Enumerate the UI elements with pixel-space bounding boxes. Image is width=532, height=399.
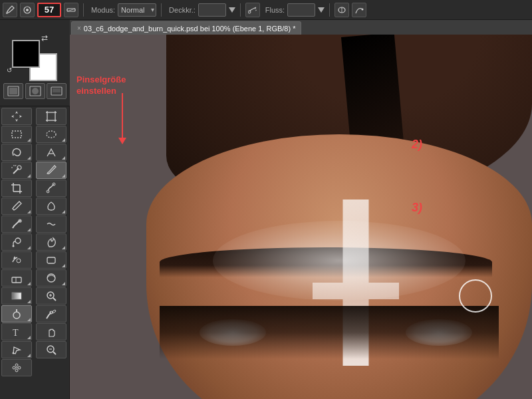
svg-point-57	[47, 190, 49, 193]
quick-mask-btn[interactable]	[25, 83, 45, 99]
swap-colors-icon[interactable]: ⇄	[41, 33, 48, 43]
canvas-tab[interactable]: × 03_c6_dodge_and_burn_quick.psd bei 100…	[71, 21, 301, 35]
svg-rect-34	[12, 277, 21, 283]
screen-mode-btn[interactable]	[47, 83, 66, 99]
pressure-flow-icon[interactable]	[352, 3, 366, 17]
svg-marker-5	[229, 7, 235, 13]
history-brush-btn[interactable]	[1, 251, 32, 269]
toolbar-separator-2	[161, 3, 162, 17]
tool-submenu-indicator	[27, 246, 31, 249]
canvas-area[interactable]: Pinselgröße einstellen 2) 3)	[70, 35, 532, 399]
fluss-input[interactable]: 100%	[287, 3, 315, 17]
zoom-tool-btn[interactable]	[36, 287, 66, 305]
tool-submenu-indicator	[62, 174, 65, 178]
fluss-dropdown-wrap[interactable]	[318, 6, 325, 14]
main-layout: ⇄ ↺	[0, 20, 532, 399]
modus-dropdown[interactable]: Normal	[118, 3, 156, 17]
toolbar-separator-3	[240, 3, 241, 17]
deckkraft-arrow-icon	[229, 6, 235, 14]
svg-point-37	[13, 312, 20, 319]
crop-tool-btn[interactable]	[1, 180, 32, 197]
foreground-color-swatch[interactable]	[12, 40, 40, 68]
gradient-tool-btn[interactable]	[1, 287, 32, 305]
tool-submenu-indicator	[62, 282, 65, 285]
modus-label: Modus:	[91, 6, 115, 14]
svg-line-8	[255, 10, 257, 11]
annotation-area: Pinselgröße einstellen	[76, 74, 183, 97]
single-col-marquee-btn[interactable]	[36, 126, 66, 143]
burn-tool-btn[interactable]	[36, 233, 66, 251]
brush-options-icon[interactable]	[20, 3, 35, 17]
eyedropper-tool-btn[interactable]	[1, 198, 32, 215]
annotation-2: 2)	[412, 138, 422, 152]
smudge-tool-btn[interactable]	[36, 215, 66, 233]
lasso-tool-btn[interactable]	[1, 144, 32, 161]
puppet-warp-btn[interactable]	[1, 359, 32, 376]
move-tool-btn[interactable]	[1, 108, 32, 125]
brush-size-box[interactable]: 57	[37, 3, 61, 17]
tab-close-icon[interactable]: ×	[77, 25, 81, 32]
svg-rect-46	[47, 112, 55, 120]
zoom-out-btn[interactable]	[36, 341, 66, 358]
modus-dropdown-wrap[interactable]: Normal	[118, 3, 156, 17]
pressure-opacity-icon[interactable]	[334, 3, 349, 17]
svg-point-44	[15, 364, 18, 366]
mixer-brush-btn[interactable]	[36, 305, 66, 323]
fluss-arrow-icon	[318, 6, 325, 14]
tool-submenu-indicator	[62, 138, 65, 142]
svg-marker-9	[318, 7, 325, 13]
svg-rect-14	[9, 88, 17, 94]
tools-right-col	[35, 106, 69, 399]
top-toolbar: 57 Modus: Normal Deckkr.: 100% Fluss: 10…	[0, 0, 532, 20]
normal-mode-btn[interactable]	[3, 83, 23, 99]
deckkraft-dropdown-wrap[interactable]	[229, 6, 235, 14]
tool-submenu-indicator	[27, 138, 31, 142]
rotate-3d-btn[interactable]	[36, 269, 66, 287]
svg-point-2	[26, 9, 29, 11]
reset-colors-icon[interactable]: ↺	[7, 66, 12, 74]
svg-point-33	[17, 259, 21, 263]
deckkraft-label: Deckkr.:	[169, 6, 196, 14]
svg-point-40	[13, 352, 15, 354]
toolbar-separator-1	[83, 3, 84, 17]
artboard-btn[interactable]	[36, 108, 66, 125]
tool-submenu-indicator	[62, 264, 65, 267]
svg-point-45	[15, 369, 18, 372]
rect-marquee-btn[interactable]	[1, 126, 32, 143]
color-replace-btn[interactable]	[36, 180, 66, 197]
canvas-col: × 03_c6_dodge_and_burn_quick.psd bei 100…	[70, 20, 532, 399]
svg-text:T: T	[13, 328, 19, 338]
tool-submenu-indicator	[27, 282, 31, 285]
airbrush-icon[interactable]	[245, 3, 260, 17]
eraser-tool-btn[interactable]	[1, 269, 32, 287]
fluss-label: Fluss:	[265, 6, 285, 14]
svg-point-55	[47, 131, 56, 138]
deckkraft-input[interactable]: 100%	[198, 3, 226, 17]
svg-line-66	[53, 352, 56, 354]
dodge-tool-btn[interactable]	[1, 305, 32, 323]
brush-tool-icon[interactable]	[3, 3, 17, 17]
tool-submenu-indicator	[62, 210, 65, 213]
pen-tool-btn[interactable]	[36, 144, 66, 161]
magic-wand-btn[interactable]	[1, 162, 32, 179]
svg-rect-58	[47, 257, 55, 263]
path-select-btn[interactable]	[1, 341, 32, 358]
shape-tool-btn[interactable]	[36, 251, 66, 269]
annotation-3: 3)	[412, 201, 422, 215]
tool-submenu-indicator	[27, 156, 31, 160]
tool-submenu-indicator	[27, 228, 31, 231]
blur-tool-btn[interactable]	[36, 198, 66, 215]
brush-size-value: 57	[45, 5, 54, 15]
svg-rect-18	[53, 88, 61, 92]
svg-line-24	[15, 165, 16, 166]
svg-point-21	[17, 166, 21, 170]
clone-stamp-btn[interactable]	[1, 233, 32, 251]
brush-tool-btn[interactable]	[36, 162, 66, 179]
svg-point-32	[13, 245, 15, 247]
hand-tool-btn[interactable]	[36, 323, 66, 340]
svg-point-31	[15, 238, 21, 243]
heal-tool-btn[interactable]	[1, 215, 32, 233]
brush-shape-icon[interactable]	[64, 3, 78, 17]
type-tool-btn[interactable]: T	[1, 323, 32, 340]
tool-submenu-indicator	[27, 336, 31, 339]
